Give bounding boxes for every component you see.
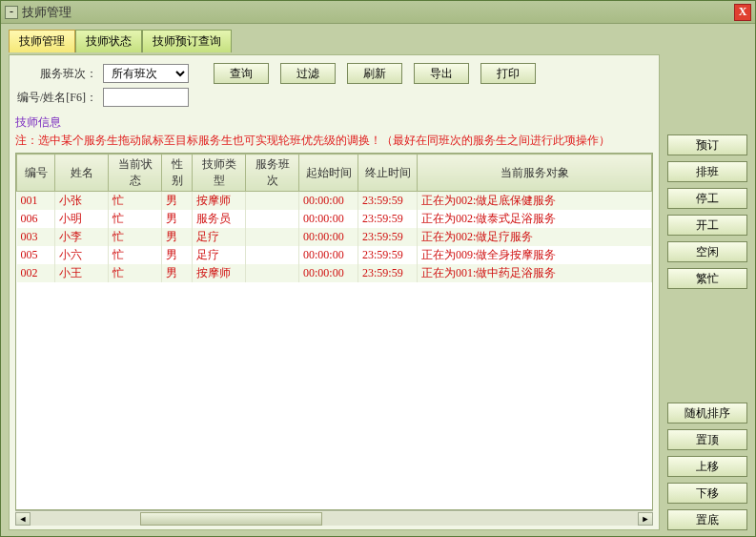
cell-type: 按摩师 bbox=[193, 264, 246, 282]
export-button[interactable]: 导出 bbox=[414, 63, 469, 84]
col-header-shift[interactable]: 服务班次 bbox=[246, 155, 299, 192]
cell-end: 23:59:59 bbox=[358, 192, 418, 211]
cell-end: 23:59:59 bbox=[358, 228, 418, 246]
cell-name: 小六 bbox=[55, 246, 109, 264]
tab-technician-booking-query[interactable]: 技师预订查询 bbox=[142, 30, 232, 52]
cell-start: 00:00:00 bbox=[299, 246, 358, 264]
cell-start: 00:00:00 bbox=[299, 192, 358, 211]
col-header-name[interactable]: 姓名 bbox=[55, 155, 109, 192]
move-down-button[interactable]: 下移 bbox=[667, 483, 747, 504]
cell-state: 忙 bbox=[109, 264, 162, 282]
busy-button[interactable]: 繁忙 bbox=[667, 268, 747, 289]
cell-target: 正在为002:做泰式足浴服务 bbox=[418, 210, 652, 228]
book-button[interactable]: 预订 bbox=[667, 134, 747, 155]
filter-button[interactable]: 过滤 bbox=[280, 63, 336, 84]
cell-sex: 男 bbox=[162, 246, 193, 264]
titlebar: - 技师管理 X bbox=[1, 1, 755, 24]
query-button[interactable]: 查询 bbox=[214, 63, 269, 84]
table-row[interactable]: 005小六忙男足疗00:00:0023:59:59正在为009:做全身按摩服务 bbox=[17, 246, 652, 264]
col-header-end[interactable]: 终止时间 bbox=[358, 155, 418, 192]
col-header-sex[interactable]: 性别 bbox=[162, 155, 193, 192]
cell-type: 按摩师 bbox=[193, 192, 246, 211]
cell-type: 足疗 bbox=[193, 246, 246, 264]
cell-name: 小王 bbox=[55, 264, 109, 282]
table-row[interactable]: 002小王忙男按摩师00:00:0023:59:59正在为001:做中药足浴服务 bbox=[17, 264, 652, 282]
cell-sex: 男 bbox=[162, 210, 193, 228]
cell-id: 005 bbox=[17, 246, 55, 264]
cell-shift bbox=[246, 228, 299, 246]
schedule-button[interactable]: 排班 bbox=[667, 161, 747, 182]
col-header-state[interactable]: 当前状态 bbox=[109, 155, 162, 192]
cell-shift bbox=[246, 264, 299, 282]
col-header-id[interactable]: 编号 bbox=[17, 155, 55, 192]
table-row[interactable]: 001小张忙男按摩师00:00:0023:59:59正在为002:做足底保健服务 bbox=[17, 192, 652, 211]
table-row[interactable]: 003小李忙男足疗00:00:0023:59:59正在为002:做足疗服务 bbox=[17, 228, 652, 246]
h-scrollbar: ◄ ► bbox=[15, 510, 653, 526]
cell-end: 23:59:59 bbox=[358, 210, 418, 228]
minimize-icon[interactable]: - bbox=[5, 6, 18, 19]
cell-target: 正在为009:做全身按摩服务 bbox=[418, 246, 652, 264]
window-title: 技师管理 bbox=[22, 4, 734, 21]
id-name-input[interactable] bbox=[103, 88, 189, 107]
technician-table-wrapper: 编号 姓名 当前状态 性别 技师类型 服务班次 起始时间 终止时间 当前服务对象… bbox=[15, 153, 653, 510]
col-header-type[interactable]: 技师类型 bbox=[193, 155, 246, 192]
cell-target: 正在为002:做足底保健服务 bbox=[418, 192, 652, 211]
cell-start: 00:00:00 bbox=[299, 228, 358, 246]
id-label: 编号/姓名[F6]： bbox=[15, 90, 97, 106]
cell-shift bbox=[246, 192, 299, 211]
cell-target: 正在为002:做足疗服务 bbox=[418, 228, 652, 246]
random-sort-button[interactable]: 随机排序 bbox=[667, 403, 747, 423]
scroll-left-icon[interactable]: ◄ bbox=[15, 512, 31, 526]
cell-id: 002 bbox=[17, 264, 55, 282]
tab-technician-mgmt[interactable]: 技师管理 bbox=[9, 30, 75, 52]
cell-sex: 男 bbox=[162, 192, 193, 211]
tab-bar: 技师管理 技师状态 技师预订查询 bbox=[9, 30, 660, 52]
print-button[interactable]: 打印 bbox=[480, 63, 536, 84]
cell-name: 小李 bbox=[55, 228, 109, 246]
cell-state: 忙 bbox=[109, 192, 162, 211]
start-button[interactable]: 开工 bbox=[667, 215, 747, 236]
col-header-start[interactable]: 起始时间 bbox=[299, 155, 358, 192]
fieldset-legend: 技师信息 bbox=[15, 114, 653, 131]
cell-type: 足疗 bbox=[193, 228, 246, 246]
cell-id: 001 bbox=[17, 192, 55, 211]
bottom-button[interactable]: 置底 bbox=[667, 509, 747, 530]
cell-shift bbox=[246, 210, 299, 228]
stop-button[interactable]: 停工 bbox=[667, 188, 747, 209]
table-row[interactable]: 006小明忙男服务员00:00:0023:59:59正在为002:做泰式足浴服务 bbox=[17, 210, 652, 228]
cell-end: 23:59:59 bbox=[358, 264, 418, 282]
content-frame: 服务班次： 所有班次 查询 过滤 刷新 导出 打印 编号/姓名[F6]： 技师信… bbox=[9, 54, 660, 530]
technician-table: 编号 姓名 当前状态 性别 技师类型 服务班次 起始时间 终止时间 当前服务对象… bbox=[16, 154, 652, 282]
cell-name: 小明 bbox=[55, 210, 109, 228]
cell-state: 忙 bbox=[109, 228, 162, 246]
refresh-button[interactable]: 刷新 bbox=[347, 63, 402, 84]
shift-select[interactable]: 所有班次 bbox=[103, 64, 189, 83]
col-header-target[interactable]: 当前服务对象 bbox=[418, 155, 652, 192]
shift-label: 服务班次： bbox=[15, 66, 97, 82]
cell-target: 正在为001:做中药足浴服务 bbox=[418, 264, 652, 282]
cell-sex: 男 bbox=[162, 228, 193, 246]
cell-state: 忙 bbox=[109, 246, 162, 264]
cell-name: 小张 bbox=[55, 192, 109, 211]
scroll-track[interactable] bbox=[31, 512, 638, 526]
scroll-right-icon[interactable]: ► bbox=[638, 512, 653, 526]
cell-type: 服务员 bbox=[193, 210, 246, 228]
cell-end: 23:59:59 bbox=[358, 246, 418, 264]
cell-sex: 男 bbox=[162, 264, 193, 282]
scroll-thumb[interactable] bbox=[140, 512, 322, 526]
cell-state: 忙 bbox=[109, 210, 162, 228]
side-action-column: 预订 排班 停工 开工 空闲 繁忙 随机排序 置顶 上移 下移 置底 bbox=[667, 30, 747, 530]
top-button[interactable]: 置顶 bbox=[667, 429, 747, 450]
cell-start: 00:00:00 bbox=[299, 264, 358, 282]
move-up-button[interactable]: 上移 bbox=[667, 456, 747, 477]
close-icon[interactable]: X bbox=[734, 4, 751, 21]
idle-button[interactable]: 空闲 bbox=[667, 241, 747, 262]
tab-technician-state[interactable]: 技师状态 bbox=[75, 30, 142, 52]
cell-id: 006 bbox=[17, 210, 55, 228]
cell-start: 00:00:00 bbox=[299, 210, 358, 228]
note-text: 注：选中某个服务生拖动鼠标至目标服务生也可实现轮班优先级的调换！（最好在同班次的… bbox=[15, 133, 653, 149]
cell-id: 003 bbox=[17, 228, 55, 246]
cell-shift bbox=[246, 246, 299, 264]
